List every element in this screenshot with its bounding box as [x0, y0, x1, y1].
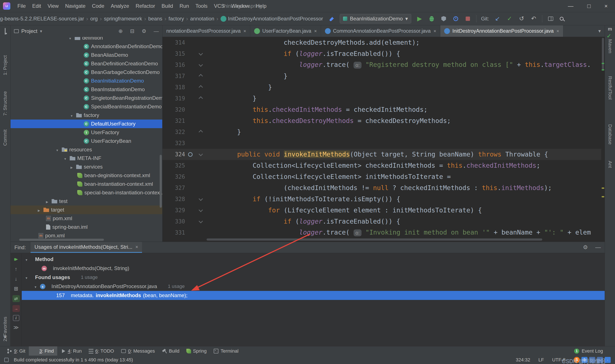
- tree-item-label[interactable]: factory: [84, 112, 99, 118]
- tab-label[interactable]: CommonAnnotationBeanPostProcessor.java: [333, 28, 431, 34]
- sidebar-item-commit[interactable]: Commit: [0, 118, 10, 146]
- fold-marker-icon[interactable]: [195, 59, 206, 71]
- gutter-annotation-icon[interactable]: [185, 115, 195, 126]
- commit-button[interactable]: ✓: [506, 16, 513, 22]
- event-log-button[interactable]: 1 Event Log: [574, 348, 615, 354]
- fold-marker-icon[interactable]: [195, 48, 206, 59]
- tree-item-label[interactable]: BeanAliasDemo: [91, 52, 128, 58]
- gutter-annotation-icon[interactable]: [185, 138, 195, 149]
- fold-marker-icon[interactable]: [195, 138, 206, 149]
- tree-row[interactable]: BeanDefinitionCreationDemo: [11, 59, 162, 68]
- breadcrumb-label[interactable]: factory: [169, 16, 184, 22]
- find-tab[interactable]: Usages of invokeInitMethods(Object, Stri…: [31, 242, 142, 253]
- tree-row[interactable]: spring-bean.iml: [11, 223, 162, 231]
- minimize-icon[interactable]: —: [568, 3, 574, 10]
- ime-language[interactable]: 中: [581, 357, 588, 363]
- menu-item[interactable]: Navigate: [62, 1, 89, 11]
- gutter-annotation-icon[interactable]: [185, 194, 195, 205]
- breadcrumb-label[interactable]: InitDestroyAnnotationBeanPostProcessor: [228, 16, 323, 22]
- menu-item[interactable]: Tools: [192, 1, 211, 11]
- ime-button[interactable]: ·: [605, 357, 611, 363]
- gutter-annotation-icon[interactable]: [185, 182, 195, 194]
- tree-row[interactable]: definition: [11, 37, 162, 42]
- tree-item-label[interactable]: target: [51, 207, 64, 213]
- tree-row[interactable]: target: [11, 206, 162, 214]
- project-vertical-scrollbar[interactable]: [160, 155, 162, 208]
- tree-item-label[interactable]: META-INF: [77, 155, 101, 161]
- group-by-icon[interactable]: ⊞: [13, 285, 20, 292]
- tree-item-label[interactable]: bean-deginitions-context.xml: [84, 172, 150, 179]
- inspections-ok-icon[interactable]: ✓: [607, 33, 611, 39]
- update-project-button[interactable]: ↙: [494, 16, 501, 22]
- hide-panel-button[interactable]: —: [154, 28, 159, 34]
- tree-item-label[interactable]: AnnotationBeanDefinitionDemo: [91, 43, 162, 50]
- export-icon[interactable]: →: [13, 305, 20, 312]
- chevron-icon[interactable]: [36, 207, 41, 213]
- tree-row[interactable]: UserFactoryBean: [11, 137, 162, 145]
- tree-item-label[interactable]: DefaultUserFactory: [91, 121, 135, 127]
- chevron-icon[interactable]: [24, 274, 29, 280]
- tree-row[interactable]: UserFactory: [11, 128, 162, 137]
- tree-row[interactable]: BeanInitializationDemo: [11, 77, 162, 85]
- fold-marker-icon[interactable]: [195, 216, 206, 227]
- wrench-icon[interactable]: [329, 16, 335, 22]
- project-horizontal-scrollbar[interactable]: [19, 239, 104, 241]
- menu-item[interactable]: File: [14, 1, 29, 11]
- caret-position[interactable]: 324:32: [516, 357, 530, 363]
- code-line[interactable]: 329 for (LifecycleElement element : init…: [162, 205, 601, 216]
- gutter-annotation-icon[interactable]: [185, 126, 195, 138]
- history-button[interactable]: ↺: [518, 16, 525, 22]
- fold-marker-icon[interactable]: [195, 205, 206, 216]
- chevron-icon[interactable]: [67, 37, 73, 41]
- rerun-icon[interactable]: ▶▶: [13, 256, 20, 262]
- find-result-row[interactable]: invokeInitMethods(Object, String): [22, 264, 605, 273]
- tree-row[interactable]: AnnotationBeanDefinitionDemo: [11, 42, 162, 51]
- status-icon[interactable]: [4, 358, 9, 362]
- fold-marker-icon[interactable]: [195, 126, 206, 138]
- tree-item-label[interactable]: SingletonBeanRegistrationDemo: [91, 95, 162, 101]
- gear-icon[interactable]: ⚙: [142, 28, 146, 34]
- close-icon[interactable]: ×: [557, 28, 559, 34]
- breadcrumb-label[interactable]: org: [90, 16, 98, 22]
- breadcrumb-item[interactable]: springframework ›: [104, 15, 148, 22]
- menu-item[interactable]: Code: [89, 1, 107, 11]
- sidebar-item-database[interactable]: Database: [605, 124, 615, 156]
- fold-marker-icon[interactable]: [195, 149, 206, 160]
- tree-item-label[interactable]: pom.xml: [53, 215, 72, 221]
- fold-marker-icon[interactable]: [195, 182, 206, 194]
- tree-row[interactable]: BeanInstantiationDemo: [11, 85, 162, 94]
- close-icon[interactable]: ×: [243, 28, 246, 34]
- gutter-annotation-icon[interactable]: [185, 160, 195, 171]
- close-icon[interactable]: ×: [314, 28, 317, 34]
- code-line[interactable]: 316 logger.trace( o: "Registered destroy…: [162, 59, 601, 71]
- chevron-icon[interactable]: [33, 283, 38, 289]
- gutter-annotation-icon[interactable]: [185, 205, 195, 216]
- fold-marker-icon[interactable]: [195, 82, 206, 93]
- profiler-button[interactable]: [452, 16, 459, 21]
- fold-marker-icon[interactable]: [195, 104, 206, 115]
- locate-file-button[interactable]: ⊕: [118, 28, 123, 34]
- tree-row[interactable]: services: [11, 163, 162, 171]
- tree-item-label[interactable]: pom.xml: [45, 233, 65, 239]
- code-line[interactable]: 323: [162, 138, 601, 149]
- layout-button[interactable]: [547, 16, 554, 21]
- gutter-annotation-icon[interactable]: [185, 37, 195, 48]
- tab-label[interactable]: nnotationBeanPostProcessor.java: [166, 28, 241, 34]
- tree-item-label[interactable]: UserFactory: [91, 130, 119, 135]
- editor-tab[interactable]: CommonAnnotationBeanPostProcessor.java ×: [321, 25, 441, 37]
- code-line[interactable]: 318 }: [162, 82, 601, 93]
- line-ending[interactable]: LF: [538, 357, 544, 363]
- breadcrumb-label[interactable]: springframework: [104, 16, 142, 22]
- code-line[interactable]: 325 Collection<LifecycleElement> checked…: [162, 160, 601, 171]
- tree-row[interactable]: META-INF: [11, 154, 162, 163]
- menu-item[interactable]: Analyze: [107, 1, 132, 11]
- tool-window-button[interactable]: 6: TODO: [85, 346, 118, 356]
- tree-item-label[interactable]: test: [59, 198, 67, 204]
- tree-item-label[interactable]: BeanDefinitionCreationDemo: [91, 61, 158, 67]
- sidebar-item-restfultool[interactable]: RestfulTool: [605, 76, 615, 113]
- code-line[interactable]: 326 Collection<LifecycleElement> initMet…: [162, 171, 601, 182]
- tree-item-label[interactable]: BeanInstantiationDemo: [91, 86, 145, 92]
- chevron-icon[interactable]: [69, 164, 74, 170]
- breadcrumb-label[interactable]: beans: [148, 16, 162, 22]
- tree-item-label[interactable]: BeanGarbageCollectionDemo: [91, 69, 160, 75]
